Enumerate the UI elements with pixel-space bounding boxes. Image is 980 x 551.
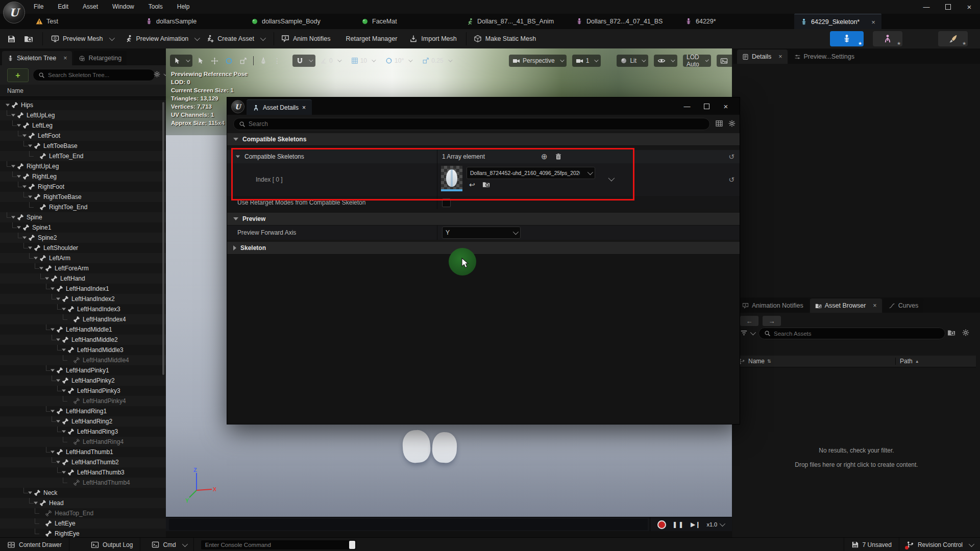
expander-open-icon[interactable]	[21, 236, 28, 239]
section-skeleton[interactable]: Skeleton	[227, 242, 740, 255]
scale-snap-dropdown[interactable]: 0.25	[420, 57, 453, 64]
tree-settings-button[interactable]	[153, 70, 166, 78]
bone-row-leftfoot[interactable]: LeftFoot	[0, 131, 166, 141]
bone-row-lefthandindex1[interactable]: LeftHandIndex1	[0, 284, 166, 294]
expander-open-icon[interactable]	[10, 114, 17, 117]
expander-open-icon[interactable]	[15, 124, 22, 127]
screenshot-dropdown[interactable]	[717, 55, 732, 67]
perspective-dropdown[interactable]: Perspective	[509, 55, 567, 67]
browser-panel-tab-animation-notifies[interactable]: Animation Notifies	[737, 298, 808, 313]
save-button[interactable]	[7, 35, 16, 43]
window-titlebar[interactable]: U Asset Details × — ×	[227, 97, 740, 115]
menu-tools[interactable]: Tools	[141, 0, 170, 14]
angle-snap-dropdown[interactable]: 0	[318, 57, 342, 64]
skeleton-asset-dropdown[interactable]: Dollars_8724452-uhd_2160_4096_25fps_2020	[467, 167, 595, 179]
pivot-mode-button[interactable]	[258, 57, 269, 64]
bone-row-lefthandring1[interactable]: LeftHandRing1	[0, 406, 166, 416]
browse-in-content-browser-button[interactable]	[24, 34, 33, 43]
expander-open-icon[interactable]	[49, 328, 56, 331]
use-retarget-modes-row[interactable]: Use Retarget Modes from Compatible Skele…	[227, 196, 740, 209]
camera-speed-dropdown[interactable]: 1	[572, 55, 601, 67]
filter-button[interactable]	[740, 329, 754, 337]
asset-details-tab[interactable]: Asset Details ×	[247, 99, 312, 115]
preview-forward-axis-dropdown[interactable]: Y	[442, 227, 521, 239]
tab-close-icon[interactable]: ×	[302, 104, 306, 111]
record-button[interactable]	[657, 520, 666, 529]
menu-help[interactable]: Help	[170, 0, 197, 14]
lod-dropdown[interactable]: LOD Auto	[683, 55, 711, 67]
playback-speed-dropdown[interactable]: ​x1.0	[706, 521, 724, 528]
rotate-tool-button[interactable]	[223, 57, 235, 65]
bone-row-lefthandring2[interactable]: LeftHandRing2	[0, 416, 166, 427]
expander-open-icon[interactable]	[27, 144, 34, 147]
bone-row-spine[interactable]: Spine	[0, 212, 166, 222]
skeleton-mode-button[interactable]: ★	[830, 31, 864, 46]
expander-open-icon[interactable]	[38, 267, 45, 270]
asset-tab-64229-[interactable]: 64229*	[685, 14, 716, 29]
expand-arrow-icon[interactable]	[236, 155, 240, 158]
history-forward-button[interactable]: →	[763, 316, 781, 326]
expander-open-icon[interactable]	[55, 420, 62, 423]
preview-forward-axis-row[interactable]: Preview Forward Axis Y	[227, 226, 740, 240]
tab-close-icon[interactable]: ×	[63, 55, 67, 62]
bone-row-lefthandmiddle1[interactable]: LeftHandMiddle1	[0, 324, 166, 335]
bone-row-lefthandthumb2[interactable]: LeftHandThumb2	[0, 457, 166, 467]
expander-open-icon[interactable]	[55, 297, 62, 300]
bone-row-rightupleg[interactable]: RightUpLeg	[0, 161, 166, 171]
bone-row-rightleg[interactable]: RightLeg	[0, 171, 166, 182]
window-maximize-button[interactable]	[697, 97, 716, 115]
asset-tab-dollarssample[interactable]: dollarsSample	[145, 14, 197, 29]
bone-row-lefthandthumb1[interactable]: LeftHandThumb1	[0, 447, 166, 457]
tab-close-icon[interactable]: ×	[873, 302, 876, 309]
expander-open-icon[interactable]	[10, 216, 17, 219]
surface-snapping-dropdown[interactable]	[292, 55, 315, 67]
timeline-scrubber[interactable]	[169, 519, 648, 530]
console-expand-handle[interactable]	[349, 541, 355, 549]
menu-file[interactable]: File	[27, 0, 51, 14]
bone-row-leftleg[interactable]: LeftLeg	[0, 120, 166, 131]
save-search-button[interactable]	[947, 329, 955, 337]
bone-row-lefttoebase[interactable]: LeftToeBase	[0, 141, 166, 151]
bone-row-hips[interactable]: Hips	[0, 100, 166, 110]
rotation-snap-dropdown[interactable]: 10°	[383, 57, 413, 64]
window-close-button[interactable]: ×	[716, 97, 736, 115]
asset-tab-facemat[interactable]: FaceMat	[361, 14, 397, 29]
bone-row-lefthandindex4[interactable]: LeftHandIndex4	[0, 314, 166, 324]
asset-tab-dollars-872-4-07-41-bs[interactable]: Dollars_872...4_07_41_BS	[576, 14, 663, 29]
window-minimize-button[interactable]: —	[677, 97, 697, 115]
expander-open-icon[interactable]	[27, 195, 34, 198]
bone-row-head[interactable]: Head	[0, 498, 166, 508]
expander-open-icon[interactable]	[60, 430, 67, 433]
browse-to-asset-button[interactable]	[482, 181, 490, 188]
asset-tab-dollars-87-41-bs-anim[interactable]: Dollars_87..._41_BS_Anim	[466, 14, 554, 29]
bone-row-spine2[interactable]: Spine2	[0, 233, 166, 243]
bone-row-leftarm[interactable]: LeftArm	[0, 253, 166, 263]
bone-row-lefthandindex3[interactable]: LeftHandIndex3	[0, 304, 166, 314]
bone-row-lefthandmiddle3[interactable]: LeftHandMiddle3	[0, 345, 166, 355]
section-compatible-skeletons[interactable]: Compatible Skeletons	[227, 133, 740, 146]
show-flags-dropdown[interactable]	[654, 55, 677, 67]
expander-open-icon[interactable]	[27, 491, 34, 494]
anim-notifies-button[interactable]: Anim Notifies	[281, 35, 331, 43]
bone-row-rightfoot[interactable]: RightFoot	[0, 182, 166, 192]
delete-array-button[interactable]	[555, 153, 562, 161]
asset-search-input[interactable]: Search Assets	[758, 328, 945, 339]
bone-row-neck[interactable]: Neck	[0, 488, 166, 498]
unsaved-assets-button[interactable]: 7 Unsaved	[844, 538, 899, 551]
bone-row-lefthandthumb4[interactable]: LeftHandThumb4	[0, 478, 166, 488]
toolbar-overflow-menu[interactable]: ⋮	[272, 57, 283, 65]
bone-row-righteye[interactable]: RightEye	[0, 529, 166, 537]
menu-asset[interactable]: Asset	[76, 0, 105, 14]
bone-row-lefthandindex2[interactable]: LeftHandIndex2	[0, 294, 166, 304]
paint-mode-button[interactable]: ★	[938, 31, 968, 46]
browser-panel-tab-asset-browser[interactable]: Asset Browser×	[810, 298, 882, 313]
element-expand-chevron[interactable]	[608, 175, 615, 182]
expander-open-icon[interactable]	[49, 287, 56, 290]
expander-open-icon[interactable]	[32, 257, 39, 260]
bone-row-lefttoe_end[interactable]: LeftToe_End	[0, 151, 166, 161]
pause-button[interactable]: ❚❚	[672, 521, 684, 528]
revision-control-button[interactable]: Revision Control	[899, 538, 980, 551]
bone-row-lefthandring3[interactable]: LeftHandRing3	[0, 427, 166, 437]
tab-close-icon[interactable]: ×	[778, 53, 782, 60]
minimize-button[interactable]: —	[916, 0, 937, 14]
